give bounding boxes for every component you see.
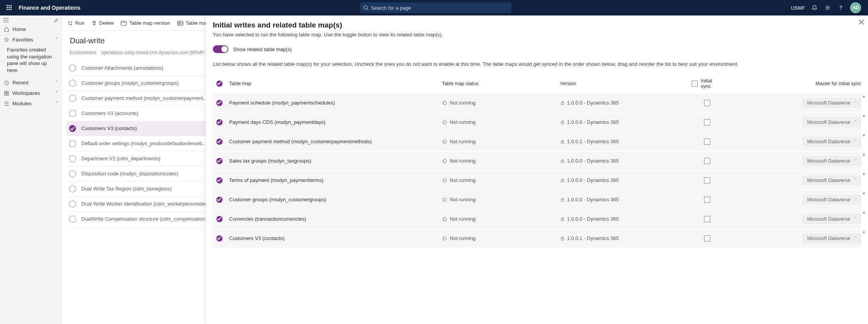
grid-row[interactable]: Sales tax groups (msdyn_taxgroups)Not ru… <box>213 152 861 170</box>
cmd-tmv-label: Table map version <box>129 20 170 26</box>
grid-row[interactable]: Payment schedule (msdyn_paymentschedules… <box>213 94 861 112</box>
cmd-delete[interactable]: Delete <box>91 20 114 26</box>
row-master-select[interactable]: Microsoft Dataverse˅* <box>726 195 861 204</box>
row-checkbox[interactable] <box>213 216 226 222</box>
row-initial-sync-checkbox[interactable] <box>692 197 723 203</box>
row-master-select[interactable]: Microsoft Dataverse˅* <box>726 214 861 224</box>
row-select-radio[interactable] <box>69 80 76 87</box>
row-select-radio[interactable] <box>69 185 76 192</box>
svg-rect-11 <box>7 94 9 95</box>
mappings-icon <box>177 21 183 26</box>
row-master-select[interactable]: Microsoft Dataverse˅* <box>726 137 861 146</box>
svg-rect-29 <box>561 219 564 221</box>
col-status: Table map status <box>442 81 557 86</box>
row-initial-sync-checkbox[interactable] <box>692 177 723 183</box>
lock-icon <box>560 101 565 105</box>
grid-row[interactable]: Customers V3 (contacts)Not running1.0.0.… <box>213 229 861 248</box>
nav-home-label: Home <box>12 26 26 32</box>
app-launcher-icon[interactable] <box>3 0 16 15</box>
chevron-down-icon: ˅ <box>55 91 58 96</box>
row-checkbox[interactable] <box>213 100 226 106</box>
row-initial-sync-checkbox[interactable] <box>692 100 723 106</box>
col-initial-sync-header: Initial sync <box>692 78 723 89</box>
row-select-radio[interactable] <box>69 110 76 117</box>
required-asterisk: * <box>863 114 865 120</box>
nav-recent[interactable]: Recent ˅ <box>0 77 62 88</box>
gear-icon[interactable] <box>824 4 832 12</box>
avatar[interactable]: AD <box>850 2 861 13</box>
cmd-run[interactable]: Run <box>67 20 85 26</box>
chevron-down-icon: ˅ <box>855 120 857 124</box>
row-select-radio[interactable] <box>69 65 76 72</box>
row-checkbox[interactable] <box>213 235 226 242</box>
row-initial-sync-checkbox[interactable] <box>692 158 723 164</box>
svg-rect-30 <box>561 238 564 240</box>
related-maps-grid: Table map Table map status Version Initi… <box>213 75 861 249</box>
row-master-select[interactable]: Microsoft Dataverse˅* <box>726 176 861 185</box>
initial-sync-header-checkbox[interactable] <box>692 81 698 87</box>
row-checkbox[interactable] <box>213 177 226 183</box>
grid-row[interactable]: Customer payment method (msdyn_customerp… <box>213 132 861 151</box>
row-initial-sync-checkbox[interactable] <box>692 216 723 222</box>
nav-modules[interactable]: Modules ˅ <box>0 98 62 109</box>
row-checkbox[interactable] <box>213 197 226 203</box>
grid-row[interactable]: Currencies (transactioncurrencies)Not ru… <box>213 210 861 228</box>
cmd-table-map-version[interactable]: Table map version <box>121 20 170 26</box>
required-asterisk: * <box>863 153 865 159</box>
required-asterisk: * <box>863 133 865 139</box>
search-input[interactable]: Search for a page <box>360 2 511 13</box>
row-master-select[interactable]: Microsoft Dataverse˅* <box>726 118 861 127</box>
grid-row[interactable]: Customer groups (msdyn_customergroups)No… <box>213 190 861 209</box>
row-select-radio[interactable] <box>69 155 76 162</box>
nav-home[interactable]: Home <box>0 24 62 34</box>
chevron-up-icon: ˄ <box>55 37 58 42</box>
row-version: 1.0.0.0 - Dynamics 365 <box>560 119 689 125</box>
row-checkbox[interactable] <box>213 158 226 164</box>
row-initial-sync-checkbox[interactable] <box>692 235 723 242</box>
nav-expand-icon[interactable] <box>3 18 9 23</box>
nav-favorites[interactable]: Favorites ˄ <box>0 34 62 45</box>
required-asterisk: * <box>863 211 865 217</box>
row-initial-sync-checkbox[interactable] <box>692 119 723 125</box>
lock-icon <box>560 139 565 144</box>
favorites-empty-note: Favorites created using the navigation p… <box>0 45 62 77</box>
row-select-radio[interactable] <box>69 216 76 223</box>
row-select-radio[interactable] <box>69 140 76 147</box>
svg-rect-23 <box>561 103 564 105</box>
row-select-radio[interactable] <box>69 95 76 102</box>
help-icon[interactable] <box>837 4 845 12</box>
row-master-select[interactable]: Microsoft Dataverse˅* <box>726 234 861 243</box>
select-all-checkbox[interactable] <box>213 81 226 87</box>
notifications-icon[interactable] <box>811 4 818 12</box>
row-master-select[interactable]: Microsoft Dataverse˅* <box>726 156 861 166</box>
waffle-icon <box>7 5 12 10</box>
row-select-radio[interactable] <box>69 170 76 177</box>
row-select-radio[interactable] <box>69 125 76 132</box>
top-right-controls: USMF AD <box>791 2 865 13</box>
status-icon <box>442 216 447 222</box>
cmd-delete-label: Delete <box>99 20 114 26</box>
row-status: Not running <box>442 197 557 202</box>
close-icon[interactable] <box>859 19 864 25</box>
nav-pin-icon[interactable] <box>53 18 59 23</box>
row-initial-sync-checkbox[interactable] <box>692 139 723 145</box>
row-master-select[interactable]: Microsoft Dataverse˅* <box>726 98 861 108</box>
required-asterisk: * <box>863 172 865 178</box>
nav-modules-label: Modules <box>12 101 31 106</box>
show-related-toggle[interactable] <box>213 45 228 53</box>
svg-rect-15 <box>121 21 126 25</box>
grid-row[interactable]: Terms of payment (msdyn_paymentterms)Not… <box>213 171 861 190</box>
legal-entity[interactable]: USMF <box>791 5 805 11</box>
chevron-down-icon: ˅ <box>855 236 857 240</box>
row-select-radio[interactable] <box>69 201 76 207</box>
modules-icon <box>4 101 9 106</box>
row-status: Not running <box>442 100 557 106</box>
layout: Home Favorites ˄ Favorites created using… <box>0 15 868 324</box>
nav-workspaces[interactable]: Workspaces ˅ <box>0 88 62 98</box>
row-checkbox[interactable] <box>213 139 226 145</box>
row-status: Not running <box>442 119 557 125</box>
row-status: Not running <box>442 235 557 241</box>
row-checkbox[interactable] <box>213 119 226 125</box>
svg-rect-10 <box>5 94 6 95</box>
grid-row[interactable]: Payment days CDS (msdyn_paymentdays)Not … <box>213 113 861 132</box>
